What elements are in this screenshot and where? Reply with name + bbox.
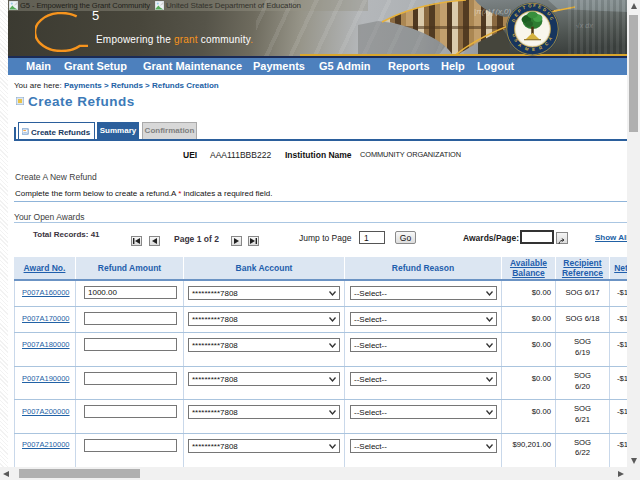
svg-text:E: E [532,47,535,52]
